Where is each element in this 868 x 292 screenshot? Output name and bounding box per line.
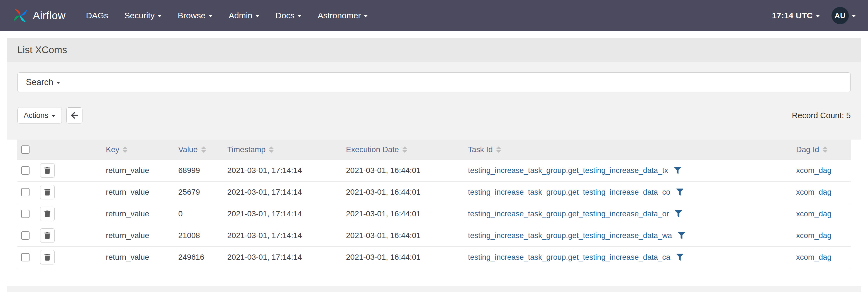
task-id-link[interactable]: testing_increase_task_group.get_testing_…: [468, 166, 668, 175]
page-header: List XComs: [7, 38, 861, 62]
dag-id-link[interactable]: xcom_dag: [796, 188, 832, 196]
xcom-timestamp: 2021-03-01, 17:14:14: [227, 246, 346, 268]
dag-id-cell: xcom_dag: [796, 246, 851, 268]
xcom-timestamp: 2021-03-01, 17:14:14: [227, 160, 346, 181]
dag-id-link[interactable]: xcom_dag: [796, 209, 832, 218]
task-id-cell: testing_increase_task_group.get_testing_…: [468, 246, 796, 268]
row-checkbox[interactable]: [21, 253, 30, 261]
xcom-value: 0: [178, 203, 227, 225]
column-header-button[interactable]: Dag Id: [796, 145, 828, 154]
nav-items: DAGs Security Browse Admin Docs Astronom…: [78, 0, 376, 31]
sort-icon: [269, 146, 274, 153]
column-header-button[interactable]: Timestamp: [227, 145, 274, 154]
nav-item-dags[interactable]: DAGs: [78, 0, 117, 31]
xcom-value: 25679: [178, 181, 227, 203]
page-title: List XComs: [17, 44, 851, 56]
column-label: Dag Id: [796, 145, 819, 154]
task-id-link[interactable]: testing_increase_task_group.get_testing_…: [468, 188, 670, 196]
row-actions-cell: [40, 225, 106, 246]
airflow-brand[interactable]: Airflow: [12, 7, 66, 24]
column-header-button[interactable]: Task Id: [468, 145, 501, 154]
trash-icon: [44, 232, 51, 239]
user-menu[interactable]: AU: [832, 7, 856, 24]
row-actions-column-header: [40, 140, 106, 160]
xcom-timestamp: 2021-03-01, 17:14:14: [227, 203, 346, 225]
xcom-timestamp: 2021-03-01, 17:14:14: [227, 225, 346, 246]
dag-id-link[interactable]: xcom_dag: [796, 231, 832, 240]
caret-down-icon: [255, 15, 259, 17]
xcom-execution-date: 2021-03-01, 16:44:01: [346, 181, 468, 203]
dag-id-cell: xcom_dag: [796, 160, 851, 181]
navbar-right: 17:14 UTC AU: [772, 7, 856, 24]
column-label: Timestamp: [227, 145, 266, 154]
row-select-cell: [17, 181, 40, 203]
row-checkbox[interactable]: [21, 210, 30, 218]
task-id-cell: testing_increase_task_group.get_testing_…: [468, 203, 796, 225]
column-label: Key: [106, 145, 119, 154]
table-body: return_value 68999 2021-03-01, 17:14:14 …: [17, 160, 851, 268]
nav-item-label: Browse: [178, 11, 206, 20]
delete-row-button[interactable]: [40, 207, 55, 221]
row-checkbox[interactable]: [21, 166, 30, 175]
dag-id-link[interactable]: xcom_dag: [796, 166, 832, 175]
row-checkbox[interactable]: [21, 188, 30, 196]
xcom-key: return_value: [106, 181, 178, 203]
filter-icon[interactable]: [678, 232, 685, 239]
nav-item-admin[interactable]: Admin: [221, 0, 268, 31]
xcom-key: return_value: [106, 246, 178, 268]
caret-down-icon: [364, 15, 368, 17]
column-header-task-id: Task Id: [468, 140, 796, 160]
clock-dropdown[interactable]: 17:14 UTC: [772, 11, 820, 20]
filter-icon[interactable]: [674, 167, 681, 174]
xcom-value: 21008: [178, 225, 227, 246]
xcom-execution-date: 2021-03-01, 16:44:01: [346, 246, 468, 268]
nav-item-astronomer[interactable]: Astronomer: [309, 0, 376, 31]
nav-item-security[interactable]: Security: [117, 0, 169, 31]
delete-row-button[interactable]: [40, 228, 55, 243]
caret-down-icon: [852, 15, 856, 17]
navbar: Airflow DAGs Security Browse Admin Docs …: [0, 0, 868, 31]
filter-icon[interactable]: [676, 254, 683, 261]
row-select-cell: [17, 246, 40, 268]
dag-id-link[interactable]: xcom_dag: [796, 253, 832, 261]
nav-item-docs[interactable]: Docs: [268, 0, 309, 31]
dag-id-cell: xcom_dag: [796, 181, 851, 203]
trash-icon: [44, 167, 51, 174]
xcom-table: Key Value Timestamp Execution Date: [17, 140, 851, 268]
caret-down-icon: [298, 15, 301, 17]
sort-icon: [402, 146, 407, 153]
table-row: return_value 0 2021-03-01, 17:14:14 2021…: [17, 203, 851, 225]
select-all-checkbox[interactable]: [21, 145, 30, 154]
task-id-link[interactable]: testing_increase_task_group.get_testing_…: [468, 253, 670, 261]
xcom-execution-date: 2021-03-01, 16:44:01: [346, 160, 468, 181]
caret-down-icon: [52, 115, 56, 117]
arrow-left-icon: [70, 111, 78, 119]
avatar: AU: [832, 7, 849, 24]
xcom-value: 249616: [178, 246, 227, 268]
column-header-button[interactable]: Execution Date: [346, 145, 407, 154]
actions-button[interactable]: Actions: [17, 108, 62, 123]
table-row: return_value 25679 2021-03-01, 17:14:14 …: [17, 181, 851, 203]
column-header-button[interactable]: Value: [178, 145, 206, 154]
nav-item-label: DAGs: [86, 11, 108, 20]
delete-row-button[interactable]: [40, 185, 55, 199]
task-id-link[interactable]: testing_increase_task_group.get_testing_…: [468, 231, 672, 240]
filter-icon[interactable]: [676, 188, 683, 195]
column-label: Execution Date: [346, 145, 399, 154]
delete-row-button[interactable]: [40, 163, 55, 178]
row-select-cell: [17, 203, 40, 225]
filter-icon[interactable]: [675, 210, 682, 217]
record-count: Record Count: 5: [792, 111, 851, 120]
task-id-link[interactable]: testing_increase_task_group.get_testing_…: [468, 209, 669, 218]
clock-label: 17:14 UTC: [772, 11, 813, 20]
delete-row-button[interactable]: [40, 250, 55, 264]
row-actions-cell: [40, 181, 106, 203]
nav-item-browse[interactable]: Browse: [169, 0, 221, 31]
nav-item-label: Astronomer: [317, 11, 361, 20]
column-header-execution-date: Execution Date: [346, 140, 468, 160]
back-button[interactable]: [66, 107, 83, 123]
nav-item-label: Docs: [276, 11, 294, 20]
search-dropdown[interactable]: Search: [17, 72, 851, 92]
row-checkbox[interactable]: [21, 231, 30, 240]
column-header-button[interactable]: Key: [106, 145, 128, 154]
